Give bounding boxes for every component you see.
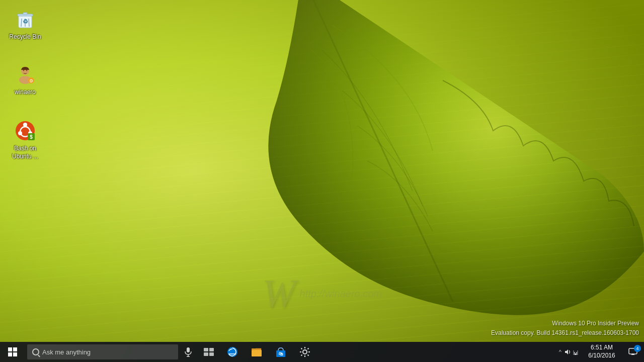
bash-ubuntu-image: $ <box>13 119 37 143</box>
bash-ubuntu-label: Bash on Ubuntu ... <box>7 145 43 160</box>
edge-icon <box>227 346 238 357</box>
windows-logo-quad-tr <box>13 347 17 351</box>
recycle-bin-image: ♻ <box>13 7 37 31</box>
svg-rect-23 <box>204 348 208 351</box>
svg-rect-35 <box>576 352 577 355</box>
svg-point-32 <box>303 350 307 354</box>
svg-rect-33 <box>575 353 576 355</box>
svg-rect-25 <box>204 352 208 356</box>
svg-line-4 <box>29 19 29 27</box>
search-bar[interactable]: Ask me anything <box>27 344 178 359</box>
svg-rect-37 <box>577 350 578 355</box>
taskbar-store-button[interactable]: 🛍 <box>269 342 293 362</box>
microphone-icon <box>184 347 192 357</box>
taskbar-edge-button[interactable] <box>220 342 245 362</box>
winaero-image: ⚙ <box>13 62 37 86</box>
tray-expand-chevron[interactable]: ^ <box>557 349 564 355</box>
file-explorer-icon <box>251 346 262 357</box>
svg-text:🛍: 🛍 <box>279 351 283 356</box>
watermark-url: http://winaero.com <box>300 288 382 300</box>
svg-rect-20 <box>187 347 190 352</box>
svg-text:⚙: ⚙ <box>29 78 33 83</box>
task-view-icon <box>204 348 215 356</box>
eval-line1: Windows 10 Pro Insider Preview <box>491 319 639 328</box>
winaero-icon[interactable]: ⚙ winaero <box>5 60 45 99</box>
task-view-button[interactable] <box>198 342 220 362</box>
bash-ubuntu-icon[interactable]: $ Bash on Ubuntu ... <box>5 117 45 162</box>
svg-point-15 <box>23 123 27 127</box>
network-tray-icon[interactable] <box>572 348 580 356</box>
clock-time: 6:51 AM <box>591 344 613 352</box>
svg-rect-29 <box>252 348 256 350</box>
svg-line-2 <box>21 19 22 27</box>
svg-text:♻: ♻ <box>23 18 28 25</box>
eval-watermark: Windows 10 Pro Insider Preview Evaluatio… <box>491 319 639 338</box>
search-placeholder-text: Ask me anything <box>42 348 91 356</box>
volume-tray-icon[interactable] <box>564 348 572 356</box>
clock-date: 6/10/2016 <box>588 352 615 360</box>
winaero-label: winaero <box>15 88 36 97</box>
action-center-badge: 4 <box>634 345 641 352</box>
eval-line2: Evaluation copy. Build 14361.rs1_release… <box>491 328 639 338</box>
store-icon: 🛍 <box>275 346 286 357</box>
recycle-bin-icon[interactable]: ♻ Recycle Bin <box>5 5 45 43</box>
svg-rect-36 <box>573 350 574 355</box>
windows-logo-quad-tl <box>8 347 12 351</box>
windows-logo-quad-br <box>13 352 17 356</box>
watermark: W http://winaero.com <box>262 271 382 317</box>
taskbar: Ask me anything <box>0 342 644 362</box>
start-button[interactable] <box>0 342 25 362</box>
windows-logo-quad-bl <box>8 352 12 356</box>
settings-icon <box>299 346 310 357</box>
clock-area[interactable]: 6:51 AM 6/10/2016 <box>582 342 622 362</box>
desktop: W http://winaero.com Windows 10 Pro Insi… <box>0 0 644 362</box>
action-center-button[interactable]: 4 <box>622 342 644 362</box>
watermark-letter: W <box>262 271 296 317</box>
cortana-mic-button[interactable] <box>178 342 198 362</box>
svg-rect-26 <box>209 352 214 356</box>
svg-text:$: $ <box>30 134 33 140</box>
svg-rect-34 <box>574 352 575 355</box>
windows-logo-icon <box>8 347 17 356</box>
taskbar-file-explorer-button[interactable] <box>245 342 269 362</box>
taskbar-settings-button[interactable] <box>293 342 317 362</box>
tray-icons-area[interactable]: ^ <box>555 348 582 356</box>
system-tray: ^ <box>555 342 644 362</box>
search-icon <box>32 348 39 355</box>
svg-rect-24 <box>209 348 214 351</box>
recycle-bin-label: Recycle Bin <box>9 33 41 41</box>
svg-rect-6 <box>23 13 27 15</box>
svg-rect-28 <box>252 350 262 356</box>
